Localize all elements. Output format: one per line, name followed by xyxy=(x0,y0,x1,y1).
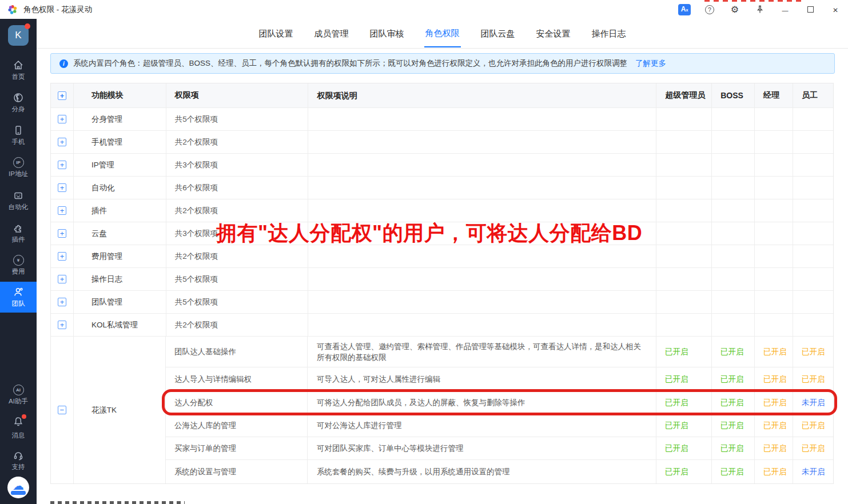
tab-team-review[interactable]: 团队审核 xyxy=(369,21,405,47)
status-manager[interactable]: 已开启 xyxy=(755,367,793,391)
window-title: 角色权限 - 花漾灵动 xyxy=(23,5,92,15)
user-avatar[interactable]: K xyxy=(8,25,29,46)
cropped-bottom-artifact xyxy=(50,501,185,504)
sidebar-item-messages[interactable]: 消息 xyxy=(0,411,37,444)
close-button[interactable] xyxy=(823,0,848,19)
sidebar-item-phone[interactable]: 手机 xyxy=(0,119,37,151)
expand-all-icon[interactable] xyxy=(58,91,66,100)
module-name: 云盘 xyxy=(74,222,166,245)
billing-icon: ¥ xyxy=(13,255,24,266)
module-permission-count: 共2个权限项 xyxy=(166,245,308,267)
sidebar-item-support[interactable]: 支持 xyxy=(0,444,37,477)
pin-button[interactable] xyxy=(747,0,773,19)
status-boss[interactable]: 已开启 xyxy=(712,437,755,459)
collapse-icon[interactable] xyxy=(58,406,66,414)
expand-icon[interactable] xyxy=(58,161,66,169)
status-manager[interactable]: 已开启 xyxy=(755,414,793,437)
expand-icon[interactable] xyxy=(58,206,66,215)
module-permission-count: 共2个权限项 xyxy=(166,314,308,336)
module-name: KOL私域管理 xyxy=(74,314,166,336)
permission-row: 买家与订单的管理 可对团队买家库、订单中心等模块进行管理 已开启 已开启 已开启… xyxy=(166,437,833,460)
permission-item: 公海达人库的管理 xyxy=(166,414,308,437)
title-bar: 角色权限 - 花漾灵动 Ax ? xyxy=(0,0,848,19)
status-super-admin[interactable]: 已开启 xyxy=(656,414,712,437)
sidebar-item-plugins[interactable]: 插件 xyxy=(0,217,37,249)
sidebar-item-ai-assistant[interactable]: AI AI助手 xyxy=(0,379,37,411)
status-super-admin[interactable]: 已开启 xyxy=(656,460,712,483)
cloud-logo-icon[interactable]: ☁ xyxy=(7,477,29,498)
expand-icon[interactable] xyxy=(58,275,66,283)
tab-team-cloud-disk[interactable]: 团队云盘 xyxy=(480,21,516,47)
maximize-button[interactable] xyxy=(798,0,823,19)
header-description: 权限项说明 xyxy=(308,83,657,107)
tab-bar: 团队设置 成员管理 团队审核 角色权限 团队云盘 安全设置 操作日志 xyxy=(37,19,848,49)
gear-icon xyxy=(731,4,739,15)
module-permission-count: 共5个权限项 xyxy=(166,291,308,313)
expand-icon[interactable] xyxy=(58,183,66,192)
header-employee: 员工 xyxy=(793,83,833,107)
status-boss[interactable]: 已开启 xyxy=(712,414,755,437)
table-header-row: 功能模块 权限项 权限项说明 超级管理员 BOSS 经理 员工 xyxy=(51,83,833,108)
header-boss: BOSS xyxy=(712,83,755,107)
expand-icon[interactable] xyxy=(58,298,66,306)
pin-icon xyxy=(756,5,764,14)
sidebar-item-team[interactable]: 团队 xyxy=(0,282,37,313)
permission-item: 买家与订单的管理 xyxy=(166,437,308,459)
table-row: 自动化 共6个权限项 xyxy=(51,177,833,199)
expand-icon[interactable] xyxy=(58,138,66,146)
expand-icon[interactable] xyxy=(58,115,66,123)
minimize-button[interactable] xyxy=(773,0,798,19)
minimize-icon xyxy=(782,5,789,14)
tab-member-management[interactable]: 成员管理 xyxy=(313,21,350,47)
module-name: 分身管理 xyxy=(74,108,166,130)
tab-operation-log[interactable]: 操作日志 xyxy=(591,21,627,47)
headset-icon xyxy=(13,450,24,461)
table-row: 操作日志 共5个权限项 xyxy=(51,268,833,291)
module-permission-count: 共5个权限项 xyxy=(166,108,308,130)
tab-role-permissions[interactable]: 角色权限 xyxy=(424,20,461,47)
info-icon: i xyxy=(59,59,68,68)
status-employee[interactable]: 已开启 xyxy=(793,367,833,391)
module-permission-count: 共2个权限项 xyxy=(166,199,308,222)
status-employee[interactable]: 已开启 xyxy=(793,337,833,367)
sidebar-item-profiles[interactable]: 分身 xyxy=(0,86,37,119)
status-boss[interactable]: 已开启 xyxy=(712,337,755,367)
tab-security-settings[interactable]: 安全设置 xyxy=(535,21,572,47)
sidebar-item-ip[interactable]: IP IP地址 xyxy=(0,151,37,184)
expand-icon[interactable] xyxy=(58,252,66,261)
sidebar-item-automation[interactable]: 自动化 xyxy=(0,184,37,217)
status-employee[interactable]: 已开启 xyxy=(793,437,833,459)
permission-desc: 可对公海达人库进行管理 xyxy=(308,414,656,437)
sidebar-item-billing[interactable]: ¥ 费用 xyxy=(0,249,37,282)
sidebar: K 首页 分身 手机 IP IP地址 自动化 xyxy=(0,19,37,504)
expand-icon[interactable] xyxy=(58,229,66,238)
status-manager[interactable]: 已开启 xyxy=(755,337,793,367)
ip-icon: IP xyxy=(13,157,24,168)
status-boss[interactable]: 已开启 xyxy=(712,367,755,391)
help-button[interactable]: ? xyxy=(697,0,722,19)
permission-item: 团队达人基础操作 xyxy=(166,337,308,367)
table-row: 手机管理 共2个权限项 xyxy=(51,131,833,154)
sidebar-item-home[interactable]: 首页 xyxy=(0,54,37,86)
status-super-admin[interactable]: 已开启 xyxy=(656,367,712,391)
header-super-admin: 超级管理员 xyxy=(656,83,712,107)
table-row: IP管理 共3个权限项 xyxy=(51,154,833,177)
close-icon xyxy=(833,5,838,14)
status-boss[interactable]: 已开启 xyxy=(712,460,755,483)
status-super-admin[interactable]: 已开启 xyxy=(656,337,712,367)
learn-more-link[interactable]: 了解更多 xyxy=(635,58,666,69)
expand-icon[interactable] xyxy=(58,321,66,329)
status-employee[interactable]: 未开启 xyxy=(793,460,833,483)
status-super-admin[interactable]: 已开启 xyxy=(656,437,712,459)
permission-desc: 系统套餐的购买、续费与升级，以用系统通用设置的管理 xyxy=(308,460,656,483)
translate-button[interactable]: Ax xyxy=(672,0,697,19)
settings-button[interactable] xyxy=(722,0,747,19)
tab-team-settings[interactable]: 团队设置 xyxy=(258,21,294,47)
table-row: KOL私域管理 共2个权限项 xyxy=(51,314,833,337)
home-icon xyxy=(13,59,24,71)
module-name: 操作日志 xyxy=(74,268,166,290)
status-manager[interactable]: 已开启 xyxy=(755,437,793,459)
status-employee[interactable]: 已开启 xyxy=(793,414,833,437)
status-manager[interactable]: 已开启 xyxy=(755,460,793,483)
permissions-table: 功能模块 权限项 权限项说明 超级管理员 BOSS 经理 员工 分身管理 共5个… xyxy=(50,83,834,484)
